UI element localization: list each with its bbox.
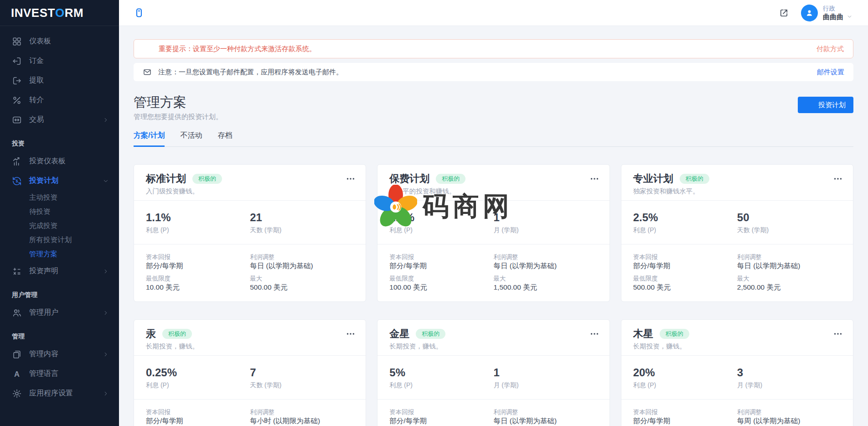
tab-item[interactable]: 存档 (217, 131, 232, 147)
plan-stats: 1.5%利息 (P)1月 (学期) (377, 200, 609, 244)
plan-card: 标准计划积极的入门级投资赚钱。1.1%利息 (P)21天数 (学期)资本回报部分… (134, 164, 366, 302)
plan-stats: 2.5%利息 (P)50天数 (学期) (621, 200, 853, 244)
stat-value: 1.1% (146, 211, 250, 224)
plan-description: 长期投资，赚钱。 (389, 342, 597, 350)
detail-label: 资本回报 (389, 254, 493, 260)
sidebar-subitem[interactable]: 管理方案 (0, 247, 119, 261)
card-menu-button[interactable] (589, 174, 599, 184)
content-icon (12, 349, 22, 359)
withdraw-icon (12, 76, 22, 86)
detail-label: 资本回报 (633, 254, 737, 260)
stat: 21天数 (学期) (250, 211, 354, 234)
stat-value: 1 (493, 366, 597, 379)
plan-name: 保费计划 (389, 172, 429, 185)
detail-label: 利润调整 (250, 254, 354, 260)
sidebar-item[interactable]: 转介 (0, 90, 119, 110)
detail-item: 利润调整每日 (以学期为基础) (493, 409, 597, 425)
detail-value: 每日 (以学期为基础) (493, 417, 597, 425)
sidebar-subitem[interactable]: 待投资 (0, 205, 119, 219)
plan-stats: 1.1%利息 (P)21天数 (学期) (134, 200, 366, 244)
detail-item: 资本回报部分/每学期 (146, 409, 250, 425)
detail-label: 利润调整 (737, 254, 841, 260)
sidebar-item[interactable]: $投资计划 (0, 171, 119, 191)
detail-item: 最低限度10.00 美元 (146, 275, 250, 291)
invest-cycle-icon: $ (12, 176, 22, 186)
stat: 20%利息 (P) (633, 366, 737, 389)
user-meta: 行政 曲曲曲 (823, 5, 852, 21)
plan-description: 长期投资，赚钱。 (146, 342, 354, 350)
email-settings-link[interactable]: 邮件设置 (817, 68, 844, 77)
sidebar-section-header: 用户管理 (0, 281, 119, 303)
tab-active[interactable]: 方案/计划 (134, 131, 165, 147)
sidebar-item[interactable]: 交易 (0, 110, 119, 130)
sidebar-item[interactable]: 仪表板 (0, 31, 119, 51)
stat-value: 21 (250, 211, 354, 224)
transactions-icon (12, 115, 22, 125)
sidebar-subitem[interactable]: 完成投资 (0, 219, 119, 233)
sidebar-toggle-icon[interactable] (134, 7, 145, 18)
sidebar-item[interactable]: 投资仪表板 (0, 151, 119, 171)
deposit-icon (143, 44, 152, 53)
tab-item[interactable]: 不活动 (180, 131, 202, 147)
sidebar-item[interactable]: 应用程序设置 (0, 384, 119, 403)
sidebar-item[interactable]: 管理内容 (0, 344, 119, 364)
plan-details: 资本回报部分/每学期利润调整每日 (以学期为基础)最低限度100.00 美元最大… (377, 244, 609, 301)
detail-label: 资本回报 (146, 254, 250, 260)
deposit-icon (12, 56, 22, 66)
grid-icon (12, 36, 22, 47)
sidebar-item-label: 仪表板 (29, 36, 109, 46)
detail-label: 最大 (250, 275, 354, 282)
plan-description: 长期投资，赚钱。 (633, 342, 841, 350)
card-menu-button[interactable] (833, 174, 843, 184)
plan-card: 木星积极的长期投资，赚钱。20%利息 (P)3月 (学期)资本回报部分/每学期利… (621, 319, 853, 426)
stat-label: 月 (学期) (493, 226, 597, 234)
payment-methods-link[interactable]: 付款方式 (816, 45, 844, 53)
sidebar-item-label: 投资计划 (29, 176, 103, 186)
detail-value: 100.00 美元 (389, 283, 493, 291)
card-menu-button[interactable] (833, 329, 843, 339)
chevron-right-icon (103, 351, 109, 358)
detail-value: 每周 (以学期为基础) (737, 417, 841, 425)
sidebar-item[interactable]: 提取 (0, 71, 119, 90)
stat-value: 0.25% (146, 366, 250, 379)
investment-plan-button[interactable]: 投资计划 (798, 97, 853, 113)
plan-card: 汞积极的长期投资，赚钱。0.25%利息 (P)7天数 (学期)资本回报部分/每学… (134, 319, 366, 426)
sidebar-subitem[interactable]: 所有投资计划 (0, 233, 119, 247)
stat: 3月 (学期) (737, 366, 841, 389)
detail-item: 利润调整每小时 (以期限为基础) (250, 409, 354, 425)
card-menu-button[interactable] (346, 329, 356, 339)
button-label: 投资计划 (818, 101, 846, 109)
sidebar-subitem[interactable]: 主动投资 (0, 191, 119, 205)
statement-icon (12, 266, 22, 276)
stat-value: 1.5% (389, 211, 493, 224)
plan-card-header: 标准计划积极的入门级投资赚钱。 (134, 165, 366, 200)
topbar-right: 行政 曲曲曲 (779, 5, 852, 21)
user-menu[interactable]: 行政 曲曲曲 (801, 5, 852, 21)
sidebar-item[interactable]: 订金 (0, 51, 119, 71)
detail-item: 最大500.00 美元 (250, 275, 354, 291)
detail-value: 部分/每学期 (633, 262, 737, 270)
sidebar-item[interactable]: 管理用户 (0, 303, 119, 322)
detail-label: 资本回报 (146, 409, 250, 416)
tabs: 方案/计划不活动存档 (134, 131, 853, 147)
plan-name: 专业计划 (633, 172, 673, 185)
chevron-right-icon (103, 390, 109, 397)
detail-label: 资本回报 (633, 409, 737, 416)
plan-name: 木星 (633, 327, 653, 340)
brand-logo[interactable]: INVESTORM (0, 0, 119, 26)
card-menu-button[interactable] (346, 174, 356, 184)
detail-value: 每日 (以学期为基础) (493, 262, 597, 270)
sidebar-item[interactable]: A管理语言 (0, 364, 119, 384)
svg-text:$: $ (16, 179, 18, 183)
status-badge: 积极的 (680, 174, 709, 184)
card-menu-button[interactable] (589, 329, 599, 339)
external-link-icon[interactable] (779, 8, 789, 18)
payment-warning-alert: 重要提示：设置至少一种付款方式来激活存款系统。 付款方式 (134, 39, 853, 58)
stat: 7天数 (学期) (250, 366, 354, 389)
detail-item: 最低限度100.00 美元 (389, 275, 493, 291)
sidebar-item-label: 订金 (29, 56, 109, 66)
sidebar-item-label: 提取 (29, 76, 109, 85)
plan-card: 专业计划积极的独家投资和赚钱水平。2.5%利息 (P)50天数 (学期)资本回报… (621, 164, 853, 302)
sidebar-item[interactable]: 投资声明 (0, 261, 119, 281)
stat: 1月 (学期) (493, 366, 597, 389)
